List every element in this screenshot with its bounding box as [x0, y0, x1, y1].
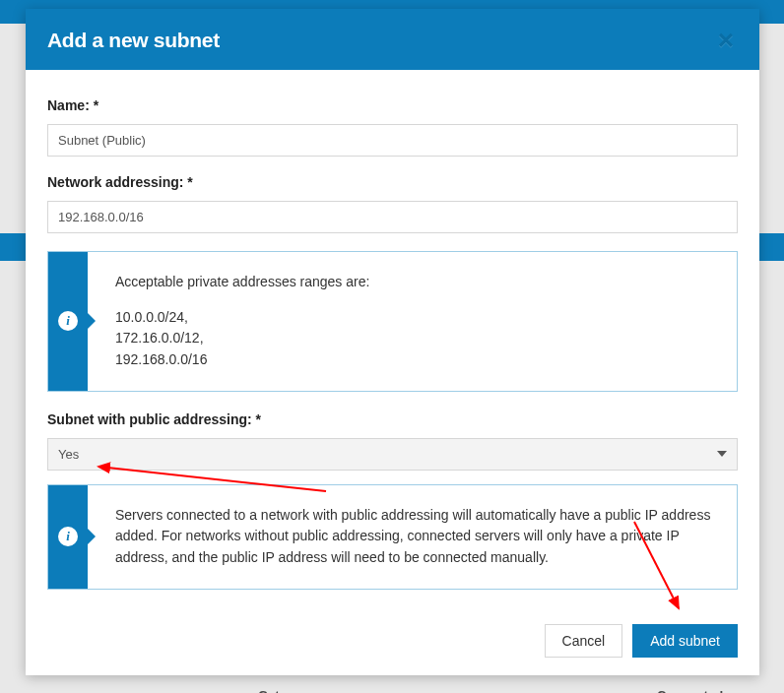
- name-group: Name: *: [47, 97, 738, 157]
- public-addressing-info: Servers connected to a network with publ…: [47, 484, 738, 590]
- public-addressing-select[interactable]: YesNo: [47, 438, 738, 471]
- add-subnet-modal: Add a new subnet × Name: * Network addre…: [26, 9, 759, 675]
- name-input[interactable]: [47, 124, 738, 157]
- info-content: Servers connected to a network with publ…: [88, 485, 737, 589]
- network-addressing-group: Network addressing: *: [47, 174, 738, 233]
- close-icon[interactable]: ×: [718, 33, 738, 47]
- name-label: Name: *: [47, 97, 738, 113]
- cancel-button[interactable]: Cancel: [545, 624, 623, 658]
- public-addressing-group: Subnet with public addressing: * YesNo: [47, 411, 738, 471]
- add-subnet-button[interactable]: Add subnet: [632, 624, 738, 658]
- modal-footer: Cancel Add subnet: [26, 608, 759, 675]
- network-addressing-input[interactable]: [47, 201, 738, 233]
- public-addressing-label: Subnet with public addressing: *: [47, 411, 738, 427]
- info-ranges-list: 10.0.0.0/24, 172.16.0.0/12, 192.168.0.0/…: [115, 307, 369, 371]
- gateways-label: Gateways: [258, 688, 318, 693]
- network-addressing-label: Network addressing: *: [47, 174, 738, 190]
- info-content: Acceptable private addresses ranges are:…: [88, 252, 387, 391]
- modal-body: Name: * Network addressing: * Acceptable…: [26, 70, 759, 608]
- address-ranges-info: Acceptable private addresses ranges are:…: [47, 251, 738, 392]
- info-icon: [58, 527, 78, 546]
- public-info-text: Servers connected to a network with publ…: [115, 505, 719, 569]
- info-stripe: [48, 485, 88, 589]
- modal-header: Add a new subnet ×: [26, 9, 759, 70]
- info-icon: [58, 311, 78, 331]
- modal-title: Add a new subnet: [47, 29, 220, 52]
- connected-servers-label: Connected servers: [657, 688, 772, 693]
- info-stripe: [48, 252, 88, 391]
- info-intro: Acceptable private addresses ranges are:: [115, 272, 369, 293]
